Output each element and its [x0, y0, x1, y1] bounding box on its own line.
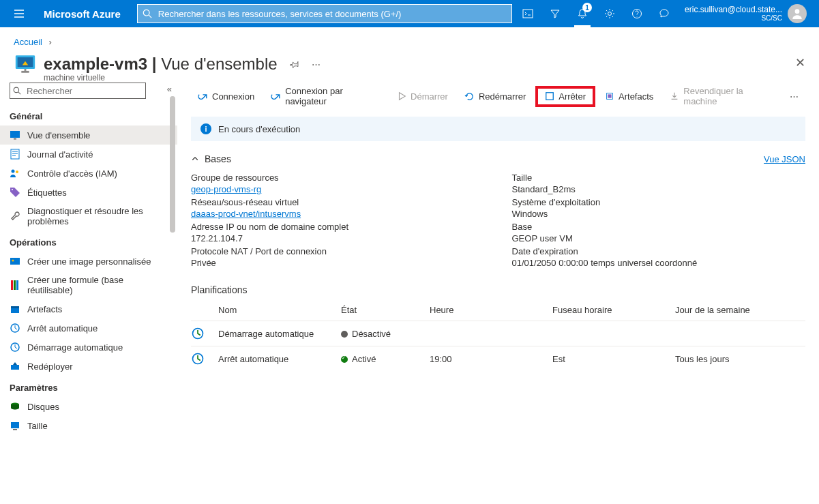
col-state: État [341, 305, 430, 315]
sidebar-item-size[interactable]: Taille [0, 416, 177, 435]
claim-button: Revendiquer la machine [663, 83, 780, 110]
svg-rect-33 [13, 429, 17, 430]
svg-point-3 [608, 12, 612, 16]
sidebar-search-input[interactable] [10, 83, 146, 99]
field-label: Date d'expiration [512, 246, 806, 256]
close-button[interactable]: ✕ [795, 55, 805, 70]
user-menu[interactable]: eric.sullivan@cloud.state... SC/SC [678, 4, 814, 23]
svg-rect-9 [25, 69, 27, 71]
more-commands-button[interactable]: ⋯ [783, 88, 805, 105]
info-icon: i [200, 123, 211, 134]
user-email: eric.sullivan@cloud.state... [685, 5, 782, 14]
svg-point-18 [12, 170, 15, 173]
svg-rect-23 [11, 280, 13, 290]
svg-point-20 [12, 189, 13, 190]
sidebar-item-create-formula[interactable]: Créer une formule (base réutilisable) [0, 271, 177, 299]
start-button: Démarrer [390, 88, 455, 105]
sidebar-item-redeploy[interactable]: Redéployer [0, 357, 177, 376]
avatar [788, 4, 807, 23]
bases-section-header[interactable]: Bases Vue JSON [191, 148, 805, 170]
help-button[interactable] [623, 0, 651, 27]
svg-point-19 [16, 171, 18, 173]
command-bar: Connexion Connexion par navigateur Démar… [191, 83, 805, 117]
clock-icon [10, 323, 20, 333]
menu-toggle-button[interactable] [5, 8, 33, 19]
table-row[interactable]: Arrêt automatique Activé 19:00 Est Tous … [191, 346, 805, 371]
svg-rect-8 [21, 71, 29, 73]
pin-icon [290, 59, 299, 69]
svg-rect-13 [14, 138, 16, 140]
sidebar-item-activity-log[interactable]: Journal d'activité [0, 145, 177, 164]
svg-rect-30 [11, 365, 19, 370]
chevron-up-icon [191, 155, 199, 163]
directory-filter-button[interactable] [541, 0, 569, 27]
svg-rect-34 [546, 93, 554, 100]
field-value: Privée [191, 256, 485, 268]
svg-rect-21 [10, 258, 20, 265]
sidebar-scrollbar[interactable] [166, 96, 177, 491]
wrench-icon [10, 211, 20, 222]
col-tz: Fuseau horaire [552, 305, 675, 315]
formula-icon [10, 280, 20, 291]
svg-rect-32 [11, 422, 19, 428]
sidebar-item-label: Diagnostiquer et résoudre les problèmes [27, 206, 168, 226]
pin-button[interactable] [290, 59, 299, 69]
vnet-link[interactable]: daaas-prod-vnet/intuservms [191, 207, 485, 219]
sidebar-item-artefacts[interactable]: Artefacts [0, 299, 177, 318]
schedule-state: Activé [341, 354, 430, 364]
log-icon [10, 149, 20, 160]
sidebar-item-label: Disques [27, 402, 59, 412]
connect-button[interactable]: Connexion [191, 88, 261, 105]
breadcrumb-home[interactable]: Accueil [14, 37, 42, 47]
schedule-tz: Est [552, 354, 675, 364]
feedback-button[interactable] [651, 0, 678, 27]
table-row[interactable]: Démarrage automatique Désactivé [191, 321, 805, 346]
schedule-state: Désactivé [341, 329, 430, 339]
svg-point-22 [12, 260, 14, 262]
svg-rect-12 [10, 131, 20, 138]
sidebar-item-auto-start[interactable]: Démarrage automatique [0, 338, 177, 357]
sidebar-item-diagnose[interactable]: Diagnostiquer et résoudre les problèmes [0, 202, 177, 231]
resource-group-link[interactable]: geop-prod-vms-rg [191, 183, 485, 194]
gear-icon [604, 8, 615, 19]
sidebar-item-iam[interactable]: Contrôle d'accès (IAM) [0, 164, 177, 183]
sidebar-item-label: Créer une formule (base réutilisable) [27, 275, 168, 295]
field-label: Système d'exploitation [512, 197, 806, 207]
artefacts-button[interactable]: Artefacts [598, 88, 660, 105]
json-view-link[interactable]: Vue JSON [764, 154, 805, 164]
person-icon [791, 8, 803, 20]
notifications-button[interactable]: 1 [569, 0, 596, 27]
sidebar-item-auto-shutdown[interactable]: Arrêt automatique [0, 318, 177, 338]
brand-label: Microsoft Azure [33, 8, 132, 20]
section-title: Bases [205, 153, 231, 164]
restart-button[interactable]: Redémarrer [458, 88, 533, 105]
disk-icon [10, 401, 20, 412]
page-title: example-vm3 | Vue d'ensemble [44, 55, 278, 74]
sidebar-item-create-image[interactable]: Créer une image personnalisée [0, 252, 177, 271]
status-banner: i En cours d'exécution [191, 117, 805, 141]
settings-button[interactable] [596, 0, 623, 27]
sidebar-item-disks[interactable]: Disques [0, 397, 177, 416]
sidebar-item-tags[interactable]: Étiquettes [0, 183, 177, 202]
global-search-input[interactable] [137, 4, 512, 23]
schedule-time: 19:00 [430, 354, 552, 364]
collapse-sidebar-button[interactable]: « [167, 84, 172, 94]
sidebar-item-label: Créer une image personnalisée [27, 256, 151, 267]
tag-icon [10, 187, 20, 198]
terminal-icon [522, 8, 533, 19]
sidebar-item-label: Taille [27, 421, 48, 431]
field-value: 01/01/2050 0:00:00 temps universel coord… [512, 256, 806, 268]
field-value: 172.21.104.7 [191, 232, 485, 243]
feedback-icon [659, 8, 670, 19]
field-value: Standard_B2ms [512, 183, 806, 194]
svg-rect-25 [16, 280, 18, 290]
user-org: SC/SC [685, 14, 782, 23]
svg-point-0 [143, 10, 149, 16]
cloud-shell-button[interactable] [514, 0, 541, 27]
clock-icon [191, 327, 218, 340]
more-button[interactable]: ⋯ [312, 59, 321, 70]
sidebar-item-label: Contrôle d'accès (IAM) [27, 168, 117, 179]
stop-button[interactable]: Arrêter [535, 86, 595, 107]
sidebar-item-overview[interactable]: Vue d'ensemble [0, 125, 177, 145]
browser-connect-button[interactable]: Connexion par navigateur [264, 83, 387, 110]
